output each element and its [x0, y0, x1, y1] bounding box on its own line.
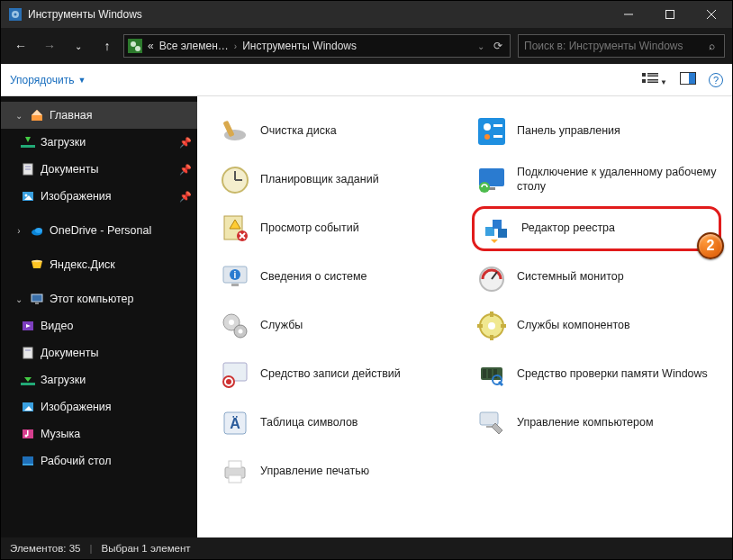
svg-point-52 — [484, 134, 490, 140]
status-separator: | — [89, 543, 92, 554]
breadcrumb-2[interactable]: Инструменты Windows — [242, 40, 357, 52]
item-character-map[interactable]: Ä Таблица символов — [215, 401, 465, 446]
maximize-button[interactable] — [649, 1, 691, 28]
pin-icon[interactable]: 📌 — [179, 164, 192, 176]
svg-point-79 — [488, 322, 495, 330]
svg-rect-12 — [647, 76, 658, 77]
item-print-management[interactable]: Управление печатью — [215, 449, 465, 494]
nav-downloads[interactable]: Загрузки 📌 — [1, 129, 197, 156]
up-button[interactable]: ↑ — [95, 33, 120, 59]
body: ⌄ Главная Загрузки 📌 Документы 📌 Изображ… — [1, 96, 732, 537]
nav-pictures[interactable]: Изображения 📌 — [1, 183, 197, 210]
download-icon — [21, 135, 35, 149]
collapse-icon[interactable]: ⌄ — [14, 111, 24, 121]
organize-menu[interactable]: Упорядочить ▼ — [10, 74, 86, 86]
item-steps-recorder[interactable]: Средство записи действий — [215, 352, 465, 397]
forward-button[interactable]: → — [37, 33, 62, 59]
nav-yandex[interactable]: Яндекс.Диск — [1, 251, 197, 278]
svg-rect-4 — [666, 11, 674, 19]
search-input[interactable] — [524, 40, 704, 52]
item-system-info[interactable]: i Сведения о системе — [215, 255, 465, 300]
memory-diagnostic-icon — [475, 358, 508, 391]
item-component-services[interactable]: Службы компонентов — [472, 303, 721, 348]
nav-music[interactable]: Музыка — [1, 420, 197, 447]
nav-home[interactable]: ⌄ Главная — [1, 102, 197, 129]
address-bar[interactable]: « Все элемен… › Инструменты Windows ⌄ ⟳ — [123, 34, 511, 58]
expand-icon[interactable]: › — [14, 226, 24, 236]
pin-icon[interactable]: 📌 — [179, 137, 192, 149]
breadcrumb-1[interactable]: Все элемен… — [159, 40, 229, 52]
svg-rect-89 — [488, 369, 492, 378]
svg-rect-45 — [23, 464, 33, 465]
pc-icon — [30, 292, 44, 306]
nav-pictures2[interactable]: Изображения — [1, 393, 197, 420]
chevron-down-icon[interactable]: ⌄ — [477, 41, 484, 51]
svg-rect-80 — [490, 312, 493, 317]
event-viewer-icon — [219, 212, 251, 245]
item-computer-management[interactable]: Управление компьютером — [472, 401, 721, 446]
nav-onedrive[interactable]: › OneDrive - Personal — [1, 217, 197, 244]
nav-documents2[interactable]: Документы — [1, 339, 197, 366]
item-memory-diagnostic[interactable]: Средство проверки памяти Windows — [472, 352, 721, 397]
item-registry-editor[interactable]: Редактор реестра 2 — [472, 206, 721, 251]
nav-downloads-label: Загрузки — [41, 136, 86, 149]
svg-rect-98 — [229, 475, 241, 483]
svg-rect-35 — [23, 348, 32, 358]
item-remote-desktop[interactable]: Подключение к удаленному рабочему столу — [472, 158, 721, 203]
item-event-viewer[interactable]: Просмотр событий — [215, 206, 465, 251]
preview-pane-button[interactable] — [680, 72, 696, 87]
navigation-pane[interactable]: ⌄ Главная Загрузки 📌 Документы 📌 Изображ… — [1, 96, 197, 537]
recent-dropdown[interactable]: ⌄ — [66, 33, 91, 59]
svg-rect-48 — [478, 118, 505, 145]
view-mode-button[interactable]: ▼ — [642, 72, 667, 87]
content-pane[interactable]: Очистка диска Панель управления Планиров… — [197, 96, 732, 537]
documents-icon — [21, 346, 35, 360]
back-button[interactable]: ← — [8, 33, 33, 59]
item-label: Средство записи действий — [260, 367, 401, 382]
nav-thispc[interactable]: ⌄ Этот компьютер — [1, 285, 197, 312]
svg-text:i: i — [234, 270, 237, 280]
pin-icon[interactable]: 📌 — [179, 191, 192, 203]
svg-rect-11 — [647, 73, 658, 75]
titlebar[interactable]: Инструменты Windows — [1, 1, 732, 28]
svg-rect-17 — [689, 73, 695, 84]
item-disk-cleanup[interactable]: Очистка диска — [215, 109, 465, 154]
toolbar: Упорядочить ▼ ▼ ? — [1, 64, 732, 96]
svg-point-75 — [229, 320, 234, 325]
svg-rect-66 — [498, 229, 507, 238]
task-scheduler-icon — [219, 164, 251, 196]
minimize-button[interactable] — [608, 1, 649, 28]
search-icon[interactable]: ⌕ — [704, 40, 719, 52]
item-label: Панель управления — [517, 124, 620, 139]
item-task-scheduler[interactable]: Планировщик заданий — [215, 158, 465, 203]
remote-desktop-icon — [475, 164, 508, 196]
onedrive-icon — [30, 223, 44, 238]
svg-rect-88 — [483, 369, 486, 378]
search-box[interactable]: ⌕ — [518, 34, 725, 58]
status-item-count: Элементов: 35 — [10, 543, 80, 554]
collapse-icon[interactable]: ⌄ — [14, 294, 24, 304]
item-control-panel[interactable]: Панель управления — [472, 109, 721, 154]
svg-rect-65 — [493, 220, 502, 229]
item-label: Планировщик заданий — [260, 173, 379, 187]
chevron-right-icon[interactable]: › — [234, 41, 237, 51]
item-perf-monitor[interactable]: Системный монитор — [472, 255, 721, 300]
item-label: Службы — [260, 319, 303, 333]
nav-pictures-label: Изображения — [41, 190, 112, 203]
nav-downloads2[interactable]: Загрузки — [1, 366, 197, 393]
close-button[interactable] — [691, 1, 732, 28]
component-services-icon — [475, 310, 508, 342]
svg-point-9 — [135, 46, 140, 51]
svg-rect-82 — [477, 324, 483, 328]
home-icon — [30, 108, 44, 122]
nav-desktop[interactable]: Рабочий стол — [1, 447, 197, 474]
help-button[interactable]: ? — [709, 73, 723, 87]
refresh-button[interactable]: ⟳ — [490, 40, 506, 52]
nav-video[interactable]: Видео — [1, 312, 197, 339]
item-services[interactable]: Службы — [215, 303, 465, 348]
nav-documents[interactable]: Документы 📌 — [1, 156, 197, 183]
disk-cleanup-icon — [219, 115, 251, 148]
registry-editor-icon — [480, 212, 512, 245]
perf-monitor-icon — [475, 261, 508, 294]
nav-documents-label: Документы — [41, 163, 98, 176]
